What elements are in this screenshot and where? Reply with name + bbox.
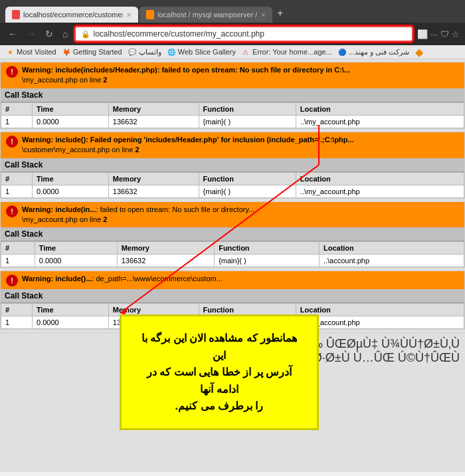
callstack-label-3: Call Stack bbox=[1, 227, 464, 241]
tab-bar: localhost/ecommerce/customer/m... ✕ loca… bbox=[5, 4, 460, 23]
error-message-3: Warning: include(in...: failed to open s… bbox=[22, 205, 254, 225]
bookmark-getting-started-label: Getting Started bbox=[73, 48, 122, 56]
new-tab-button[interactable]: + bbox=[274, 4, 286, 23]
col-hash-3: # bbox=[1, 242, 35, 255]
col-hash-1: # bbox=[1, 102, 33, 115]
cell-function: {main}( ) bbox=[215, 255, 320, 267]
cell-time: 0.0000 bbox=[33, 316, 109, 329]
cell-memory: 136632 bbox=[108, 115, 199, 128]
callstack-label-4: Call Stack bbox=[1, 289, 464, 303]
page-icon[interactable]: ⬜ bbox=[417, 29, 428, 39]
bookmark-company-label: شرکت فنی و مهند... bbox=[349, 48, 409, 57]
error-bm-icon: ⚠ bbox=[241, 47, 250, 57]
cell-num: 1 bbox=[1, 185, 33, 197]
error-icon-3: ! bbox=[6, 205, 18, 217]
error-icon-2: ! bbox=[6, 136, 18, 148]
tab-close-inactive[interactable]: ✕ bbox=[260, 11, 266, 19]
col-time-2: Time bbox=[33, 172, 109, 185]
bookmark-company[interactable]: 🔵 شرکت فنی و مهند... bbox=[337, 47, 409, 57]
error-message-4: Warning: include()...: de_path=...\www\e… bbox=[22, 274, 223, 284]
error-icon-1: ! bbox=[6, 66, 18, 78]
error-block-2: ! Warning: include(): Failed opening 'in… bbox=[0, 132, 465, 199]
table-row: 1 0.0000 136632 {main}( ) ..\my_account.… bbox=[1, 185, 464, 197]
callstack-table-3: # Time Memory Function Location 1 0.0000… bbox=[1, 241, 464, 267]
tab-inactive[interactable]: localhost / mysql wampserver / ec... ✕ bbox=[140, 7, 272, 23]
error-message-2: Warning: include(): Failed opening 'incl… bbox=[22, 135, 354, 156]
tab-label-inactive: localhost / mysql wampserver / ec... bbox=[157, 11, 257, 19]
col-time-1: Time bbox=[33, 102, 109, 115]
home-button[interactable]: ⌂ bbox=[60, 27, 70, 41]
whatsapp-icon: 💬 bbox=[128, 47, 137, 57]
error-block-1: ! Warning: include(includes/Header.php):… bbox=[0, 62, 465, 129]
popup-line3: را برطرف می کنیم. bbox=[175, 400, 264, 412]
cell-function: {main}( ) bbox=[199, 115, 296, 128]
star-icon[interactable]: ☆ bbox=[452, 29, 460, 39]
tab-active[interactable]: localhost/ecommerce/customer/m... ✕ bbox=[5, 7, 138, 23]
forward-button[interactable]: → bbox=[24, 27, 39, 41]
col-time-3: Time bbox=[35, 242, 117, 255]
yellow-popup: همانطور که مشاهده الان این برگه با این آ… bbox=[120, 314, 319, 430]
browser-chrome: localhost/ecommerce/customer/m... ✕ loca… bbox=[0, 0, 465, 23]
bookmark-error-label: Error: Your home...age... bbox=[252, 48, 332, 56]
callstack-table-1: # Time Memory Function Location 1 0.0000… bbox=[1, 102, 464, 128]
cell-location: ..\account.php bbox=[319, 255, 464, 267]
cell-memory: 136632 bbox=[117, 255, 215, 267]
cell-num: 1 bbox=[1, 115, 33, 128]
col-hash-2: # bbox=[1, 172, 33, 185]
address-text: localhost/ecommerce/customer/my_account.… bbox=[93, 29, 264, 39]
shield-icon[interactable]: 🛡 bbox=[440, 29, 449, 39]
company-icon: 🔵 bbox=[337, 47, 347, 57]
lock-icon: 🔒 bbox=[81, 30, 90, 39]
error-header-3: ! Warning: include(in...: failed to open… bbox=[1, 202, 464, 228]
tab-favicon-inactive bbox=[146, 10, 154, 19]
popup-line1: همانطور که مشاهده الان این برگه با این bbox=[141, 332, 298, 361]
table-row: 1 0.0000 136632 {main}( ) ..\my_account.… bbox=[1, 115, 464, 128]
web-slice-icon: 🌐 bbox=[167, 47, 176, 57]
cell-num: 1 bbox=[1, 255, 35, 267]
address-row: ← → ↻ ⌂ 🔒 localhost/ecommerce/customer/m… bbox=[0, 23, 465, 45]
bookmark-orange[interactable]: ◆ bbox=[415, 47, 424, 57]
back-button[interactable]: ← bbox=[5, 27, 20, 41]
bookmark-getting-started[interactable]: 🦊 Getting Started bbox=[62, 47, 122, 57]
error-icon-4: ! bbox=[6, 275, 18, 287]
error-header-4: ! Warning: include()...: de_path=...\www… bbox=[1, 271, 464, 289]
cell-time: 0.0000 bbox=[33, 115, 109, 128]
col-location-3: Location bbox=[319, 242, 464, 255]
col-function-3: Function bbox=[215, 242, 320, 255]
cell-function: {main}( ) bbox=[199, 185, 296, 197]
cell-location: ..\my_account.php bbox=[296, 185, 464, 197]
bookmark-most-visited[interactable]: ★ Most Visited bbox=[5, 47, 56, 57]
bookmark-error[interactable]: ⚠ Error: Your home...age... bbox=[241, 47, 332, 57]
col-hash-4: # bbox=[1, 304, 33, 316]
col-function-2: Function bbox=[199, 172, 296, 185]
callstack-table-2: # Time Memory Function Location 1 0.0000… bbox=[1, 172, 464, 198]
cell-memory: 136632 bbox=[108, 185, 199, 197]
col-memory-3: Memory bbox=[117, 242, 215, 255]
callstack-label-1: Call Stack bbox=[1, 88, 464, 102]
address-bar[interactable]: 🔒 localhost/ecommerce/customer/my_accoun… bbox=[74, 26, 413, 42]
tab-close-active[interactable]: ✕ bbox=[126, 11, 132, 19]
bookmarks-bar: ★ Most Visited 🦊 Getting Started 💬 واتسا… bbox=[0, 45, 465, 59]
popup-line2: آدرس پر از خطا هایی است که در ادامه آنها bbox=[147, 366, 292, 395]
bookmark-web-slice[interactable]: 🌐 Web Slice Gallery bbox=[167, 47, 236, 57]
getting-started-icon: 🦊 bbox=[62, 47, 71, 57]
error-header-1: ! Warning: include(includes/Header.php):… bbox=[1, 62, 464, 88]
bookmark-most-visited-label: Most Visited bbox=[17, 48, 56, 56]
page-wrapper: ! Warning: include(includes/Header.php):… bbox=[0, 62, 465, 369]
toolbar-icons: ⬜ ··· 🛡 ☆ bbox=[417, 29, 460, 39]
menu-icon[interactable]: ··· bbox=[430, 29, 438, 39]
tab-label-active: localhost/ecommerce/customer/m... bbox=[23, 11, 123, 19]
bookmark-whatsapp[interactable]: 💬 واتساپ bbox=[128, 47, 161, 57]
tab-favicon-active bbox=[12, 10, 20, 19]
cell-location: ..\my_account.php bbox=[296, 316, 464, 329]
col-location-2: Location bbox=[296, 172, 464, 185]
error-header-2: ! Warning: include(): Failed opening 'in… bbox=[1, 132, 464, 158]
col-function-1: Function bbox=[199, 102, 296, 115]
refresh-button[interactable]: ↻ bbox=[43, 27, 56, 41]
cell-location: ..\my_account.php bbox=[296, 115, 464, 128]
table-row: 1 0.0000 136632 {main}( ) ..\account.php bbox=[1, 255, 464, 267]
col-location-4: Location bbox=[296, 304, 464, 316]
popup-text: همانطور که مشاهده الان این برگه با این آ… bbox=[135, 330, 304, 415]
error-message-1: Warning: include(includes/Header.php): f… bbox=[22, 65, 350, 86]
col-memory-2: Memory bbox=[108, 172, 199, 185]
